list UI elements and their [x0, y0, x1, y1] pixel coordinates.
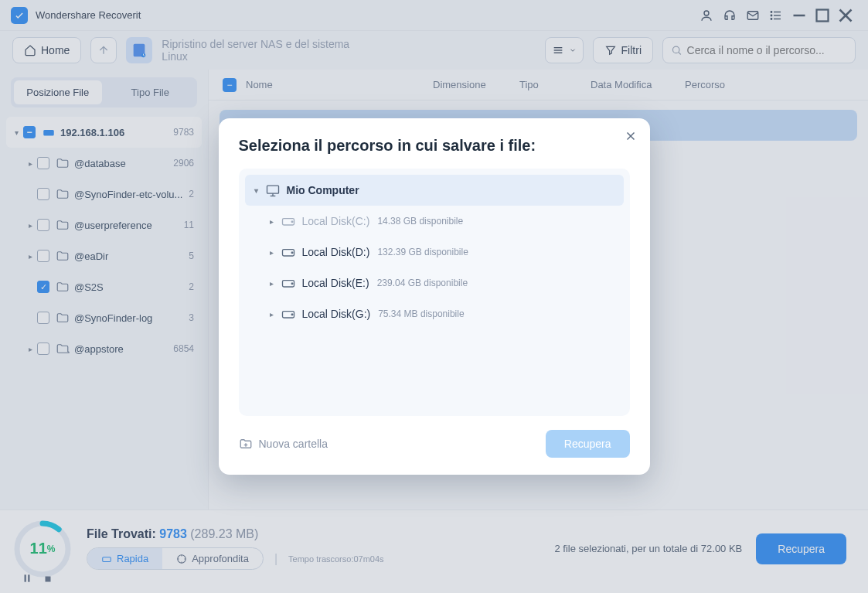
drive-item[interactable]: ▸ Local Disk(C:) 14.38 GB disponibile [245, 206, 624, 237]
modal-title: Seleziona il percorso in cui salvare i f… [239, 137, 630, 155]
drive-item[interactable]: ▸ Local Disk(G:) 75.34 MB disponibile [245, 298, 624, 329]
drive-icon [281, 275, 296, 291]
drive-panel: ▾ Mio Computer ▸ Local Disk(C:) 14.38 GB… [239, 169, 630, 416]
drive-icon [281, 244, 296, 260]
chevron-right-icon: ▸ [267, 217, 277, 226]
close-icon [624, 129, 638, 143]
chevron-right-icon: ▸ [267, 310, 277, 319]
drive-icon [281, 306, 296, 322]
modal-recover-button[interactable]: Recupera [546, 430, 630, 458]
chevron-right-icon: ▸ [267, 248, 277, 257]
save-path-modal: Seleziona il percorso in cui salvare i f… [219, 118, 650, 475]
svg-point-39 [291, 314, 293, 315]
drive-icon [281, 213, 296, 229]
new-folder-button[interactable]: Nuova cartella [239, 437, 328, 451]
modal-close-button[interactable] [624, 129, 638, 146]
drive-item[interactable]: ▸ Local Disk(E:) 239.04 GB disponibile [245, 268, 624, 298]
drive-item[interactable]: ▸ Local Disk(D:) 132.39 GB disponibile [245, 237, 624, 268]
computer-icon [265, 182, 281, 198]
svg-point-33 [291, 221, 293, 223]
modal-overlay: Seleziona il percorso in cui salvare i f… [0, 0, 868, 593]
svg-point-35 [291, 252, 293, 254]
chevron-right-icon: ▸ [267, 279, 277, 288]
chevron-down-icon: ▾ [251, 186, 262, 195]
folder-plus-icon [239, 437, 253, 451]
svg-rect-29 [267, 186, 278, 193]
svg-point-37 [291, 283, 293, 285]
drive-root[interactable]: ▾ Mio Computer [245, 175, 624, 206]
